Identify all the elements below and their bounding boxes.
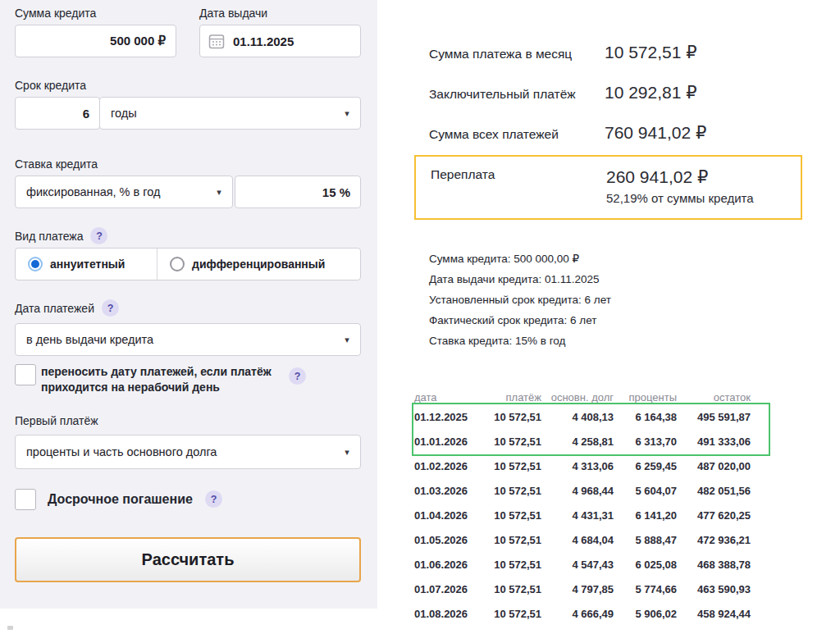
schedule-cell: 10 572,51 bbox=[480, 503, 541, 527]
schedule-row: 01.05.202610 572,514 684,045 888,47472 9… bbox=[414, 527, 751, 552]
loan-rate-label: Ставка кредита bbox=[15, 157, 98, 171]
schedule-cell: 10 572,51 bbox=[480, 527, 541, 552]
schedule-cell: 4 547,43 bbox=[541, 552, 614, 577]
loan-term-input[interactable]: 6 bbox=[15, 97, 100, 130]
schedule-cell: 6 141,20 bbox=[614, 503, 677, 527]
result-total-row: Сумма всех платежей 760 941,02 ₽ bbox=[429, 123, 706, 143]
result-final-row: Заключительный платёж 10 292,81 ₽ bbox=[429, 83, 697, 103]
schedule-cell: 01.04.2026 bbox=[414, 503, 480, 527]
early-repayment-label: Досрочное погашение bbox=[48, 491, 193, 507]
issue-date-input[interactable]: 01.11.2025 bbox=[199, 25, 361, 57]
payment-date-select[interactable]: в день выдачи кредита bbox=[15, 323, 361, 356]
schedule-cell: 468 388,78 bbox=[677, 552, 751, 577]
schedule-cell: 01.08.2026 bbox=[414, 601, 480, 626]
schedule-header-row: дата платёж основн. долг проценты остато… bbox=[414, 390, 751, 404]
schedule-cell: 01.06.2026 bbox=[414, 552, 480, 577]
loan-amount-value: 500 000 ₽ bbox=[110, 34, 166, 48]
schedule-row: 01.12.202510 572,514 408,136 164,38495 5… bbox=[414, 404, 751, 429]
payment-date-help-icon[interactable]: ? bbox=[102, 299, 119, 317]
radio-annuity[interactable]: аннуитетный bbox=[16, 249, 157, 280]
early-repayment-checkbox[interactable] bbox=[15, 489, 36, 510]
summary-line: Установленный срок кредита: 6 лет bbox=[429, 290, 611, 310]
screen-artifact bbox=[7, 626, 13, 630]
schedule-cell: 5 604,07 bbox=[614, 478, 677, 503]
schedule-cell: 4 313,06 bbox=[541, 454, 614, 478]
loan-rate-type-value: фиксированная, % в год bbox=[26, 185, 160, 198]
chevron-down-icon bbox=[214, 187, 224, 198]
loan-amount-label: Сумма кредита bbox=[15, 7, 96, 20]
loan-amount-input[interactable]: 500 000 ₽ bbox=[15, 25, 176, 57]
first-payment-label: Первый платёж bbox=[15, 414, 98, 427]
issue-date-value: 01.11.2025 bbox=[233, 34, 294, 48]
schedule-cell: 6 164,38 bbox=[614, 404, 677, 429]
payment-date-label: Дата платежей bbox=[15, 302, 94, 315]
overpayment-label: Переплата bbox=[431, 167, 606, 218]
col-header-balance: остаток bbox=[677, 390, 751, 404]
loan-summary: Сумма кредита: 500 000,00 ₽ Дата выдачи … bbox=[429, 249, 611, 351]
payment-type-label: Вид платежа bbox=[15, 230, 83, 243]
schedule-cell: 491 333,06 bbox=[677, 429, 751, 454]
schedule-cell: 458 924,44 bbox=[677, 601, 751, 626]
postpone-checkbox[interactable] bbox=[15, 364, 36, 385]
loan-rate-value: 15 % bbox=[322, 185, 350, 199]
schedule-cell: 4 968,44 bbox=[541, 478, 614, 503]
issue-date-label: Дата выдачи bbox=[199, 7, 267, 20]
overpayment-percent: 52,19% от суммы кредита bbox=[606, 191, 754, 205]
result-final-value: 10 292,81 ₽ bbox=[605, 83, 697, 103]
radio-off-icon bbox=[170, 257, 185, 271]
postpone-label: переносить дату платежей, если платёж пр… bbox=[41, 364, 284, 395]
early-repayment-help-icon[interactable]: ? bbox=[205, 490, 222, 508]
summary-line: Сумма кредита: 500 000,00 ₽ bbox=[429, 249, 611, 269]
result-monthly-label: Сумма платежа в месяц bbox=[429, 47, 605, 62]
schedule-cell: 01.01.2026 bbox=[414, 429, 480, 454]
result-monthly-value: 10 572,51 ₽ bbox=[605, 43, 697, 62]
schedule-cell: 01.02.2026 bbox=[414, 454, 480, 478]
chevron-down-icon bbox=[342, 108, 352, 119]
loan-rate-input[interactable]: 15 % bbox=[235, 176, 361, 208]
schedule-cell: 4 666,49 bbox=[541, 601, 614, 626]
schedule-row: 01.03.202610 572,514 968,445 604,07482 0… bbox=[414, 478, 751, 503]
col-header-principal: основн. долг bbox=[541, 390, 614, 404]
col-header-date: дата bbox=[414, 390, 480, 404]
schedule-row: 01.01.202610 572,514 258,816 313,70491 3… bbox=[414, 429, 751, 454]
schedule-cell: 472 936,21 bbox=[677, 527, 751, 552]
loan-term-value: 6 bbox=[83, 107, 89, 121]
schedule-cell: 6 313,70 bbox=[614, 429, 677, 454]
schedule-body: 01.12.202510 572,514 408,136 164,38495 5… bbox=[414, 404, 751, 626]
payment-type-help-icon[interactable]: ? bbox=[90, 227, 107, 244]
radio-on-icon bbox=[28, 257, 43, 271]
radio-annuity-label: аннуитетный bbox=[50, 258, 125, 271]
schedule-cell: 5 888,47 bbox=[614, 527, 677, 552]
schedule-row: 01.04.202610 572,514 431,316 141,20477 6… bbox=[414, 503, 751, 527]
schedule-cell: 01.07.2026 bbox=[414, 577, 480, 601]
schedule-cell: 4 431,31 bbox=[541, 503, 614, 527]
chevron-down-icon bbox=[342, 447, 352, 458]
loan-term-unit-value: годы bbox=[111, 107, 137, 120]
result-monthly-row: Сумма платежа в месяц 10 572,51 ₽ bbox=[429, 43, 697, 62]
schedule-cell: 10 572,51 bbox=[480, 454, 541, 478]
summary-line: Ставка кредита: 15% в год bbox=[429, 331, 611, 351]
summary-line: Фактический срок кредита: 6 лет bbox=[429, 310, 611, 331]
calculate-button[interactable]: Рассчитать bbox=[15, 537, 361, 582]
payment-schedule-table: дата платёж основн. долг проценты остато… bbox=[414, 390, 751, 626]
loan-term-label: Срок кредита bbox=[15, 79, 86, 92]
radio-differentiated[interactable]: дифференцированный bbox=[158, 249, 360, 280]
overpayment-box: Переплата 260 941,02 ₽ 52,19% от суммы к… bbox=[414, 155, 802, 220]
payment-date-value: в день выдачи кредита bbox=[26, 333, 153, 346]
schedule-cell: 01.03.2026 bbox=[414, 478, 480, 503]
schedule-cell: 6 259,45 bbox=[614, 454, 677, 478]
schedule-cell: 495 591,87 bbox=[677, 404, 751, 429]
schedule-row: 01.08.202610 572,514 666,495 906,02458 9… bbox=[414, 601, 751, 626]
schedule-cell: 4 797,85 bbox=[541, 577, 614, 601]
first-payment-select[interactable]: проценты и часть основного долга bbox=[15, 435, 361, 469]
schedule-cell: 01.12.2025 bbox=[414, 404, 480, 429]
loan-form-panel: Сумма кредита 500 000 ₽ Дата выдачи 01.1… bbox=[0, 0, 377, 609]
loan-term-unit-select[interactable]: годы bbox=[99, 97, 361, 130]
postpone-help-icon[interactable]: ? bbox=[289, 367, 306, 385]
schedule-row: 01.06.202610 572,514 547,436 025,08468 3… bbox=[414, 552, 751, 577]
overpayment-value: 260 941,02 ₽ bbox=[606, 167, 754, 187]
schedule-cell: 4 408,13 bbox=[541, 404, 614, 429]
loan-rate-type-select[interactable]: фиксированная, % в год bbox=[15, 176, 233, 208]
schedule-cell: 463 590,93 bbox=[677, 577, 751, 601]
chevron-down-icon bbox=[342, 335, 352, 345]
